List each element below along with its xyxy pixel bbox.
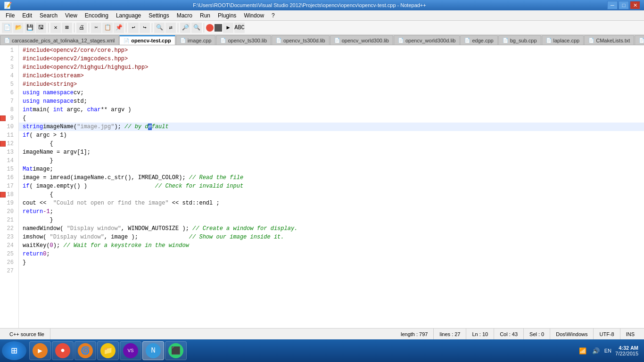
code-line-5[interactable]: #include <string>: [19, 80, 644, 89]
tab-cmakelists-txt[interactable]: 📄CMakeLists.txt: [584, 35, 634, 45]
taskbar-notepad-pp[interactable]: N: [142, 341, 164, 360]
tab-file-icon: 📄: [464, 38, 470, 43]
code-line-14[interactable]: }: [19, 156, 644, 165]
toolbar-paste[interactable]: 📌: [114, 23, 124, 33]
tab-opencv-test-cpp[interactable]: 📄opencv-test.cpp: [119, 35, 175, 45]
toolbar-sep4: [126, 23, 126, 33]
code-line-15[interactable]: Mat image;: [19, 165, 644, 173]
taskbar-media-player[interactable]: ▶: [29, 341, 51, 360]
tab-opencv-ts300d-lib[interactable]: 📄opencv_ts300d.lib: [272, 35, 330, 45]
toolbar-zoomout[interactable]: 🔍: [191, 23, 202, 33]
menu-edit[interactable]: Edit: [18, 11, 36, 20]
taskbar-file-explorer[interactable]: 📁: [97, 341, 119, 360]
code-line-26[interactable]: }: [19, 258, 644, 267]
code-line-12[interactable]: {: [19, 140, 644, 148]
toolbar-saveall[interactable]: 🖫: [36, 23, 46, 33]
toolbar-closeall[interactable]: ⊠: [62, 23, 72, 33]
code-line-13[interactable]: imageName = argv[1];: [19, 148, 644, 156]
code-line-27[interactable]: [19, 267, 644, 275]
taskbar-chrome[interactable]: ●: [52, 341, 74, 360]
toolbar-redo[interactable]: ↪: [140, 23, 150, 33]
tab-image-cpp[interactable]: 📄image.cpp: [176, 35, 216, 45]
maximize-button[interactable]: □: [619, 1, 629, 9]
tab-cmake[interactable]: 📄CMake: [635, 35, 644, 45]
code-line-22[interactable]: namedWindow( "Display window", WINDOW_AU…: [19, 224, 644, 233]
menu-file[interactable]: File: [2, 11, 18, 20]
toolbar-copy[interactable]: 📋: [102, 23, 113, 33]
tab-bg-sub-cpp[interactable]: 📄bg_sub.cpp: [498, 35, 541, 45]
toolbar-close[interactable]: ✕: [50, 23, 61, 33]
tab-carcascade-pics-at-tolinaka-12-stages-xml[interactable]: 📄carcascade_pics_at_tolinaka_12_stages.x…: [0, 35, 119, 45]
menu-run[interactable]: Run: [196, 11, 214, 20]
code-line-9[interactable]: {: [19, 114, 644, 123]
code-line-4[interactable]: #include <iostream>: [19, 72, 644, 80]
menu-window[interactable]: Window: [240, 11, 268, 20]
taskbar-firefox[interactable]: 🌀: [74, 341, 96, 360]
code-line-21[interactable]: }: [19, 216, 644, 224]
code-line-20[interactable]: return -1;: [19, 207, 644, 216]
start-button[interactable]: ⊞: [2, 341, 26, 360]
toolbar-find[interactable]: 🔍: [154, 23, 165, 33]
code-line-23[interactable]: imshow( "Display window", image ); // Sh…: [19, 233, 644, 241]
toolbar-open[interactable]: 📂: [13, 23, 24, 33]
tray-network[interactable]: 📶: [578, 346, 587, 355]
toolbar-zoomin[interactable]: 🔎: [180, 23, 190, 33]
tray-volume[interactable]: 🔊: [591, 346, 601, 355]
close-button[interactable]: ✕: [630, 1, 640, 9]
code-line-2[interactable]: #include <opencv2/imgcodecs.hpp>: [19, 55, 644, 63]
bookmark-icon: [0, 115, 6, 121]
menu-search[interactable]: Search: [36, 11, 61, 20]
menu-plugins[interactable]: Plugins: [214, 11, 240, 20]
code-line-6[interactable]: using namespace cv;: [19, 89, 644, 97]
toolbar-undo[interactable]: ↩: [128, 23, 139, 33]
tab-file-icon: 📄: [639, 38, 644, 43]
code-line-25[interactable]: return 0;: [19, 250, 644, 258]
code-line-10[interactable]: string imageName("image.jpg"); // by def…: [19, 123, 644, 131]
code-line-18[interactable]: {: [19, 190, 644, 199]
code-area[interactable]: #include <opencv2/core/core.hpp>#include…: [19, 45, 644, 328]
code-line-24[interactable]: waitKey(0); // Wait for a keystroke in t…: [19, 241, 644, 250]
clock[interactable]: 4:32 AM 7/22/2015: [615, 345, 638, 356]
line-number-10: 10: [0, 123, 17, 131]
tab-laplace-cpp[interactable]: 📄laplace.cpp: [542, 35, 584, 45]
toolbar-sep7: [204, 23, 204, 33]
code-line-19[interactable]: cout << "Could not open or find the imag…: [19, 199, 644, 207]
toolbar-run[interactable]: ABC: [234, 23, 245, 33]
menu-settings[interactable]: Settings: [145, 11, 173, 20]
tab-file-icon: 📄: [588, 38, 594, 43]
code-line-8[interactable]: int main( int argc, char** argv ): [19, 106, 644, 114]
toolbar-macro-stop[interactable]: [215, 24, 222, 32]
taskbar: ⊞ ▶●🌀📁VSN⬛ 📶 🔊 EN 4:32 AM 7/22/2015: [0, 339, 644, 362]
line-number-26: 26: [0, 258, 17, 267]
toolbar-save[interactable]: 💾: [25, 23, 35, 33]
line-number-2: 2: [0, 55, 17, 63]
menu-encoding[interactable]: Encoding: [81, 11, 112, 20]
taskbar-terminal[interactable]: ⬛: [165, 341, 187, 360]
clock-date: 7/22/2015: [615, 351, 638, 356]
code-line-7[interactable]: using namespace std;: [19, 97, 644, 106]
tab-opencv-world300d-lib[interactable]: 📄opencv_world300d.lib: [394, 35, 460, 45]
system-tray: 📶 🔊 EN 4:32 AM 7/22/2015: [578, 345, 642, 356]
taskbar-visual-studio[interactable]: VS: [120, 341, 141, 360]
toolbar-macro-rec[interactable]: [206, 24, 214, 32]
tab-file-icon: 📄: [546, 38, 552, 43]
code-line-17[interactable]: if( image.empty() ) // Check for invalid…: [19, 182, 644, 190]
toolbar-macro-play[interactable]: ▶: [223, 23, 233, 33]
code-line-3[interactable]: #include <opencv2/highgui/highgui.hpp>: [19, 63, 644, 72]
code-line-1[interactable]: #include <opencv2/core/core.hpp>: [19, 46, 644, 55]
toolbar-print[interactable]: 🖨: [76, 23, 87, 33]
tab-opencv-ts300-lib[interactable]: 📄opencv_ts300.lib: [216, 35, 271, 45]
menu-view[interactable]: View: [61, 11, 81, 20]
menu-help[interactable]: ?: [268, 11, 279, 20]
toolbar-new[interactable]: 📄: [2, 23, 12, 33]
menu-language[interactable]: Language: [112, 11, 145, 20]
tab-opencv-world300-lib[interactable]: 📄opencv_world300.lib: [330, 35, 393, 45]
line-number-15: 15: [0, 165, 17, 173]
minimize-button[interactable]: ─: [607, 1, 618, 9]
toolbar-replace[interactable]: ⇄: [165, 23, 176, 33]
code-line-11[interactable]: if( argc > 1): [19, 131, 644, 140]
tab-edge-cpp[interactable]: 📄edge.cpp: [460, 35, 497, 45]
code-line-16[interactable]: image = imread(imageName.c_str(), IMREAD…: [19, 173, 644, 182]
toolbar-cut[interactable]: ✂: [91, 23, 101, 33]
menu-macro[interactable]: Macro: [173, 11, 196, 20]
